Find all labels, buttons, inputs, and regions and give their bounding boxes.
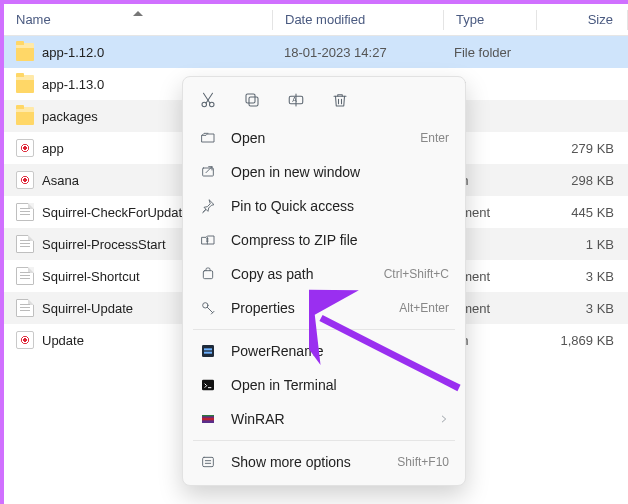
file-size: 1 KB	[546, 237, 614, 252]
menu-item-label: Open in new window	[231, 164, 449, 180]
svg-rect-15	[202, 415, 214, 416]
file-type: File folder	[442, 45, 534, 60]
document-icon	[16, 267, 34, 285]
header-date[interactable]: Date modified	[273, 12, 443, 27]
svg-rect-10	[204, 348, 212, 350]
menu-item-label: WinRAR	[231, 411, 425, 427]
menu-item-open[interactable]: Open Enter	[189, 121, 459, 155]
file-name: app	[42, 141, 64, 156]
document-icon	[16, 203, 34, 221]
header-name[interactable]: Name	[4, 12, 272, 27]
zip-icon	[199, 231, 217, 249]
copy-path-icon	[199, 265, 217, 283]
column-header: Name Date modified Type Size	[4, 4, 628, 36]
menu-item-label: PowerRename	[231, 343, 449, 359]
application-icon	[16, 139, 34, 157]
svg-rect-9	[202, 345, 214, 357]
properties-icon	[199, 299, 217, 317]
menu-separator	[193, 440, 455, 441]
context-menu-topbar: A	[189, 83, 459, 121]
file-name: Squirrel-Update	[42, 301, 133, 316]
file-size: 445 KB	[546, 205, 614, 220]
header-type[interactable]: Type	[444, 12, 536, 27]
file-name: Update	[42, 333, 84, 348]
menu-item-compress-zip[interactable]: Compress to ZIP file	[189, 223, 459, 257]
header-name-label: Name	[16, 12, 51, 27]
folder-icon	[16, 107, 34, 125]
header-type-label: Type	[456, 12, 484, 27]
new-window-icon	[199, 163, 217, 181]
document-icon	[16, 299, 34, 317]
powerrename-icon	[199, 342, 217, 360]
svg-rect-2	[249, 97, 258, 106]
svg-rect-3	[246, 94, 255, 103]
file-name: app-1.12.0	[42, 45, 104, 60]
menu-item-powerrename[interactable]: PowerRename	[189, 334, 459, 368]
menu-item-shortcut: Alt+Enter	[399, 301, 449, 315]
file-size: 298 KB	[546, 173, 614, 188]
header-size[interactable]: Size	[537, 12, 627, 27]
winrar-icon	[199, 410, 217, 428]
menu-item-open-terminal[interactable]: Open in Terminal	[189, 368, 459, 402]
menu-item-pin-quick-access[interactable]: Pin to Quick access	[189, 189, 459, 223]
file-size: 279 KB	[546, 141, 614, 156]
file-name: Squirrel-ProcessStart	[42, 237, 166, 252]
menu-item-copy-as-path[interactable]: Copy as path Ctrl+Shift+C	[189, 257, 459, 291]
file-date: 18-01-2023 14:27	[272, 45, 442, 60]
document-icon	[16, 235, 34, 253]
menu-item-show-more-options[interactable]: Show more options Shift+F10	[189, 445, 459, 479]
menu-item-label: Open	[231, 130, 406, 146]
rename-icon[interactable]: A	[285, 89, 307, 111]
file-name: packages	[42, 109, 98, 124]
file-size: 1,869 KB	[546, 333, 614, 348]
terminal-icon	[199, 376, 217, 394]
menu-item-label: Copy as path	[231, 266, 370, 282]
sort-indicator-icon	[133, 11, 143, 16]
header-size-label: Size	[549, 12, 613, 27]
menu-item-winrar[interactable]: WinRAR	[189, 402, 459, 436]
cut-icon[interactable]	[197, 89, 219, 111]
open-icon	[199, 129, 217, 147]
file-size: 3 KB	[546, 301, 614, 316]
menu-item-shortcut: Ctrl+Shift+C	[384, 267, 449, 281]
svg-rect-12	[202, 380, 214, 391]
menu-item-label: Open in Terminal	[231, 377, 449, 393]
menu-item-label: Pin to Quick access	[231, 198, 449, 214]
submenu-chevron-icon	[439, 414, 449, 424]
svg-rect-11	[204, 352, 212, 354]
file-size: 3 KB	[546, 269, 614, 284]
header-date-label: Date modified	[285, 12, 365, 27]
pin-icon	[199, 197, 217, 215]
context-menu: A Open Enter Open in new window Pin to Q…	[182, 76, 466, 486]
file-row-app-1-12-0[interactable]: app-1.12.0 18-01-2023 14:27 File folder	[4, 36, 628, 68]
menu-item-label: Show more options	[231, 454, 383, 470]
file-name: Squirrel-CheckForUpdate	[42, 205, 189, 220]
more-options-icon	[199, 453, 217, 471]
svg-rect-16	[203, 457, 214, 466]
application-icon	[16, 171, 34, 189]
file-name: Squirrel-Shortcut	[42, 269, 140, 284]
copy-icon[interactable]	[241, 89, 263, 111]
menu-item-shortcut: Shift+F10	[397, 455, 449, 469]
svg-text:A: A	[292, 96, 297, 103]
svg-rect-7	[203, 271, 212, 279]
menu-separator	[193, 329, 455, 330]
menu-item-properties[interactable]: Properties Alt+Enter	[189, 291, 459, 325]
folder-icon	[16, 75, 34, 93]
menu-item-label: Properties	[231, 300, 385, 316]
delete-icon[interactable]	[329, 89, 351, 111]
file-name: app-1.13.0	[42, 77, 104, 92]
menu-item-shortcut: Enter	[420, 131, 449, 145]
application-icon	[16, 331, 34, 349]
menu-item-label: Compress to ZIP file	[231, 232, 449, 248]
folder-icon	[16, 43, 34, 61]
svg-rect-14	[202, 418, 214, 421]
menu-item-open-new-window[interactable]: Open in new window	[189, 155, 459, 189]
file-name: Asana	[42, 173, 79, 188]
